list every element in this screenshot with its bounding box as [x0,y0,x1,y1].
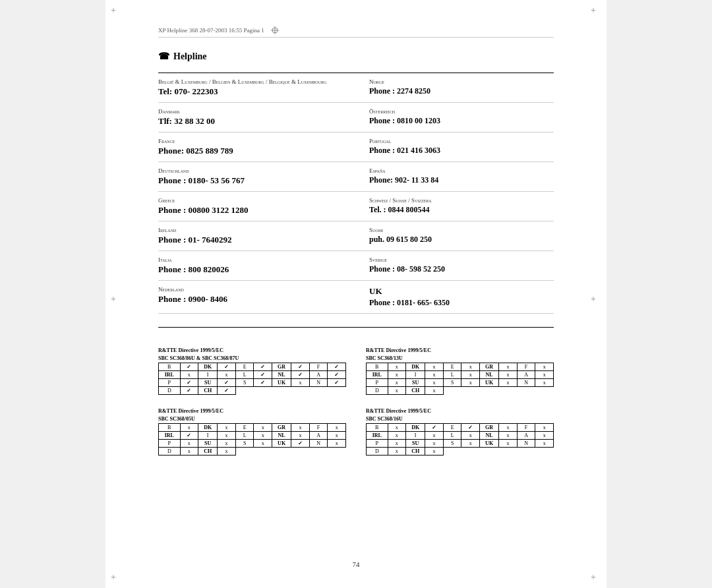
compliance-cell [254,387,272,395]
compliance-cell: x [291,379,310,387]
compliance-cell: UK [272,379,291,387]
compliance-cell: IRL [367,371,388,379]
header-text: XP Helpline 368 28-07-2003 16:55 Pagina … [158,27,264,34]
contact-country: België & Luxemburg / Belgien & Luxemburg… [158,78,349,85]
compliance-cell [309,448,328,456]
compliance-cell: ✓ [291,440,310,448]
compliance-block-1: R&TTE Directive 1999/5/ECSBC SC368/13UBx… [366,347,554,395]
compliance-cell [517,387,535,395]
compliance-cell: N [309,379,328,387]
contact-country: Italia [158,256,349,263]
compliance-cell: ✓ [291,363,310,371]
compliance-table-1: BxDKxExGRxFxIRLxIxLxNLxAxPxSUxSxUKxNxDxC… [366,363,554,395]
compliance-cell: x [535,363,554,371]
compliance-cell: x [388,448,406,456]
compliance-cell: x [388,440,406,448]
compliance-cell: SU [198,440,218,448]
compliance-cell [254,448,272,456]
compliance-cell: ✓ [328,371,346,379]
compliance-cell: L [443,432,461,440]
contact-cell-left-4: FrancePhone: 0825 889 789 [158,132,356,162]
compliance-cell [499,448,518,456]
contact-phone: Phone: 0825 889 789 [158,146,349,156]
contact-cell-right-6: EspañaPhone: 902- 11 33 84 [356,162,554,192]
compliance-block-0: R&TTE Directive 1999/5/ECSBC SC368/86U &… [158,347,346,395]
contact-phone: Tel. : 0844 800544 [369,205,547,215]
compliance-table-0: B✓DK✓E✓GR✓F✓IRLxIxL✓NL✓A✓P✓SU✓S✓UKxN✓D✓C… [158,363,346,395]
compliance-cell: ✓ [291,371,310,379]
compliance-cell: x [388,363,406,371]
compliance-cell: L [443,371,461,379]
contact-country: Ireland [158,227,349,233]
compliance-cell: CH [198,448,218,456]
compliance-cell: S [443,379,461,387]
compliance-cell: x [218,440,236,448]
compliance-cell: x [254,432,272,440]
compliance-cell: x [461,432,480,440]
compliance-cell: D [159,448,181,456]
contact-country: France [158,138,349,144]
contact-country: Deutschland [158,167,349,174]
compliance-cell: IRL [367,432,388,440]
compliance-cell [443,448,461,456]
page: XP Helpline 368 28-07-2003 16:55 Pagina … [105,0,607,588]
contact-cell-right-12: SverigePhone : 08- 598 52 250 [356,251,554,281]
compliance-row: PxSUxSxUKxNx [367,440,554,448]
contact-phone: Phone : 01- 7640292 [158,235,349,245]
compliance-cell: x [328,424,346,432]
contact-phone: Tel: 070- 222303 [158,86,349,97]
compliance-cell: x [388,387,406,395]
contact-phone: Tlf: 32 88 32 00 [158,116,349,127]
phone-icon: ☎ [158,51,169,62]
compliance-cell: I [198,432,218,440]
compliance-cell: x [499,432,518,440]
compliance-cell: I [198,371,218,379]
compliance-cell [291,387,310,395]
compliance-title-1: R&TTE Directive 1999/5/EC [366,347,554,353]
compliance-cell [272,387,291,395]
contact-cell-left-8: GreecePhone : 00800 3122 1280 [158,192,356,221]
contact-cell-left-10: IrelandPhone : 01- 7640292 [158,221,356,251]
compliance-row: P✓SU✓S✓UKxN✓ [159,379,346,387]
compliance-cell: x [499,363,518,371]
compliance-cell: E [443,363,461,371]
contact-country: Österreich [369,108,547,115]
compliance-cell: P [367,379,388,387]
contact-cell-left-0: België & Luxemburg / Belgien & Luxemburg… [158,73,356,103]
compliance-title-3: R&TTE Directive 1999/5/EC [366,408,554,414]
contact-cell-right-0: NorgePhone : 2274 8250 [356,73,554,103]
compliance-cell: x [425,432,444,440]
contact-country: Schweiz / Suisse / Svizzera [369,197,547,204]
compliance-cell [309,387,328,395]
compliance-cell: x [499,371,518,379]
crosshair-top-right [591,5,601,16]
contact-cell-right-10: Suomipuh. 09 615 80 250 [356,221,554,251]
compliance-row: BxDK✓E✓GRxFx [367,424,554,432]
compliance-cell: x [535,440,554,448]
contact-country: Greece [158,197,349,204]
crosshair-top-left [111,5,121,16]
compliance-cell: I [406,432,425,440]
header-bar: XP Helpline 368 28-07-2003 16:55 Pagina … [158,26,554,38]
compliance-cell: DK [198,424,218,432]
compliance-row: DxCHx [367,387,554,395]
compliance-cell: x [291,424,310,432]
compliance-cell: x [180,424,198,432]
compliance-cell: N [517,379,535,387]
compliance-cell: x [180,440,198,448]
compliance-cell: ✓ [180,387,198,395]
contact-phone: Phone : 800 820026 [158,264,349,275]
compliance-cell: x [535,371,554,379]
compliance-cell: DK [406,363,425,371]
compliance-cell: S [235,440,254,448]
compliance-cell: x [461,379,480,387]
helpline-title: ☎ Helpline [158,51,554,62]
contact-cell-right-8: Schweiz / Suisse / SvizzeraTel. : 0844 8… [356,192,554,221]
compliance-subtitle-2: SBC SC368/05U [158,416,346,422]
compliance-cell: UK [480,440,499,448]
contact-cell-right-4: PortugalPhone : 021 416 3063 [356,132,554,162]
compliance-row: PxSUxSxUKxNx [367,379,554,387]
compliance-cell: x [388,432,406,440]
compliance-cell: ✓ [218,379,236,387]
footer-page-number: 74 [353,560,360,568]
